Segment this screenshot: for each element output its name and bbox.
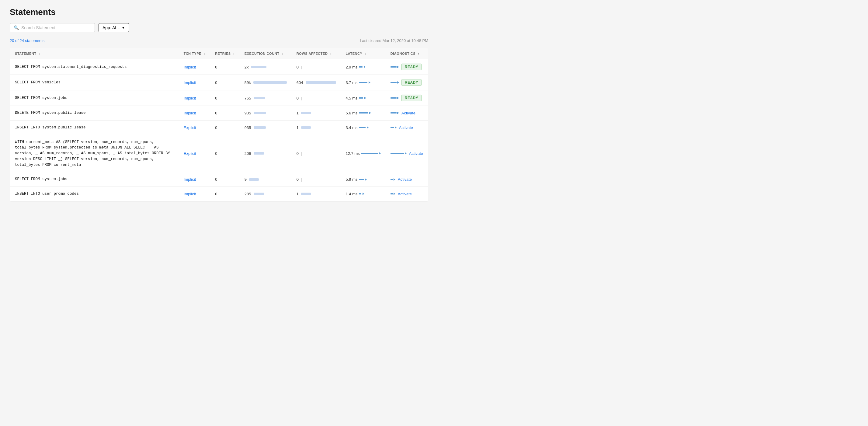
rows-value: 0 [297, 151, 299, 156]
latency-arrow-icon [369, 112, 371, 114]
latency-arrow-icon [363, 193, 364, 195]
latency-arrow-icon [369, 81, 370, 84]
table-header-row: STATEMENT ↕ TXN TYPE ↕ RETRIES ↕ EXECUTI… [10, 48, 428, 59]
cell-latency: 1.4 ms [341, 187, 385, 201]
exec-bar [254, 112, 266, 114]
rows-value: 1 [297, 192, 299, 196]
cell-statement[interactable]: WITH current_meta AS (SELECT version, nu… [10, 135, 179, 172]
diag-bar [391, 179, 393, 180]
col-execution-count[interactable]: EXECUTION COUNT ↕ [240, 48, 292, 59]
cell-retries: 0 [210, 187, 240, 201]
latency-bar [361, 153, 378, 154]
cell-rows-affected: 1 [292, 106, 341, 121]
exec-count-value: 9 [245, 177, 247, 182]
diag-line-icon [391, 178, 395, 181]
sort-icon-statement: ↕ [39, 52, 40, 55]
cell-execution-count: 2k [240, 59, 292, 75]
cell-rows-affected: 604 [292, 75, 341, 90]
diag-arrow-icon [405, 152, 407, 155]
latency-bar [359, 127, 366, 128]
cell-retries: 0 [210, 120, 240, 135]
rows-value: 0 [297, 96, 299, 100]
latency-bar [359, 179, 364, 180]
col-latency[interactable]: LATENCY ↕ [341, 48, 385, 59]
table-row: SELECT FROM system.statement_diagnostics… [10, 59, 428, 75]
cell-retries: 0 [210, 90, 240, 106]
rows-bar-divider: | [301, 177, 302, 182]
diag-bar [391, 153, 404, 154]
search-input[interactable] [21, 25, 91, 30]
cell-diagnostics[interactable]: Activate [385, 106, 428, 121]
latency-value: 5.6 ms [346, 111, 358, 115]
diagnostics-activate-link[interactable]: Activate [398, 192, 412, 196]
cell-txn-type: Implicit [179, 90, 210, 106]
diag-bar [391, 66, 397, 67]
table-row: INSERT INTO user_promo_codesImplicit0 28… [10, 187, 428, 201]
cell-diagnostics: READY [385, 90, 428, 106]
app-filter-label: App: ALL [102, 25, 120, 30]
latency-value: 5.9 ms [346, 177, 358, 182]
diag-line-icon [391, 193, 395, 195]
cell-diagnostics[interactable]: Activate [385, 120, 428, 135]
exec-bar [249, 178, 259, 181]
col-rows-affected[interactable]: ROWS AFFECTED ↕ [292, 48, 341, 59]
exec-count-value: 59k [245, 80, 251, 85]
rows-value: 1 [297, 111, 299, 115]
cell-txn-type: Implicit [179, 106, 210, 121]
diagnostics-activate-link[interactable]: Activate [398, 177, 412, 182]
sort-icon-diag: ↑ [418, 52, 420, 55]
latency-bar [359, 97, 363, 99]
rows-bar-divider: | [301, 65, 302, 69]
table-row: WITH current_meta AS (SELECT version, nu… [10, 135, 428, 172]
table-row: INSERT INTO system.public.leaseExplicit0… [10, 120, 428, 135]
latency-arrow-icon [379, 152, 381, 155]
col-diagnostics[interactable]: DIAGNOSTICS ↑ [385, 48, 428, 59]
col-retries[interactable]: RETRIES ↕ [210, 48, 240, 59]
cell-diagnostics[interactable]: Activate [385, 187, 428, 201]
diag-line-icon [391, 66, 399, 68]
cell-latency: 12.7 ms [341, 135, 385, 172]
cell-txn-type: Implicit [179, 75, 210, 90]
diag-line-icon [391, 97, 399, 99]
diagnostics-activate-link[interactable]: Activate [399, 125, 413, 130]
diag-arrow-icon [394, 193, 395, 195]
cell-latency: 5.9 ms [341, 172, 385, 187]
cell-statement[interactable]: SELECT FROM system.statement_diagnostics… [10, 59, 179, 75]
cell-execution-count: 9 [240, 172, 292, 187]
search-icon: 🔍 [14, 25, 19, 30]
toolbar: 🔍 App: ALL ▼ [10, 23, 428, 32]
cell-statement[interactable]: SELECT FROM system.jobs [10, 90, 179, 106]
cell-statement[interactable]: INSERT INTO user_promo_codes [10, 187, 179, 201]
latency-bar [359, 193, 361, 194]
sort-icon-latency: ↕ [365, 52, 367, 55]
diag-arrow-icon [397, 81, 399, 84]
cell-statement[interactable]: SELECT FROM vehicles [10, 75, 179, 90]
cell-txn-type: Explicit [179, 120, 210, 135]
cell-latency: 4.5 ms [341, 90, 385, 106]
cell-statement[interactable]: DELETE FROM system.public.lease [10, 106, 179, 121]
table-row: DELETE FROM system.public.leaseImplicit0… [10, 106, 428, 121]
sort-icon-retries: ↕ [233, 52, 235, 55]
rows-value: 604 [297, 80, 303, 85]
diagnostics-ready-badge: READY [401, 79, 422, 86]
cell-diagnostics[interactable]: Activate [385, 172, 428, 187]
exec-count-value: 2k [245, 65, 249, 69]
diagnostics-activate-link[interactable]: Activate [401, 111, 415, 115]
cell-statement[interactable]: INSERT INTO system.public.lease [10, 120, 179, 135]
chevron-down-icon: ▼ [122, 26, 125, 30]
diag-line-icon [391, 112, 399, 114]
cell-diagnostics[interactable]: Activate [385, 135, 428, 172]
cell-latency: 3.7 ms [341, 75, 385, 90]
col-statement[interactable]: STATEMENT ↕ [10, 48, 179, 59]
app-filter-button[interactable]: App: ALL ▼ [98, 23, 129, 32]
col-txn-type[interactable]: TXN TYPE ↕ [179, 48, 210, 59]
diagnostics-activate-link[interactable]: Activate [409, 151, 423, 156]
diag-arrow-icon [397, 97, 399, 99]
diag-bar [391, 82, 397, 83]
cell-execution-count: 765 [240, 90, 292, 106]
latency-bar [359, 112, 368, 114]
cell-rows-affected: 1 [292, 187, 341, 201]
latency-bar [359, 82, 367, 83]
cell-statement[interactable]: SELECT FROM system.jobs [10, 172, 179, 187]
cell-txn-type: Explicit [179, 135, 210, 172]
